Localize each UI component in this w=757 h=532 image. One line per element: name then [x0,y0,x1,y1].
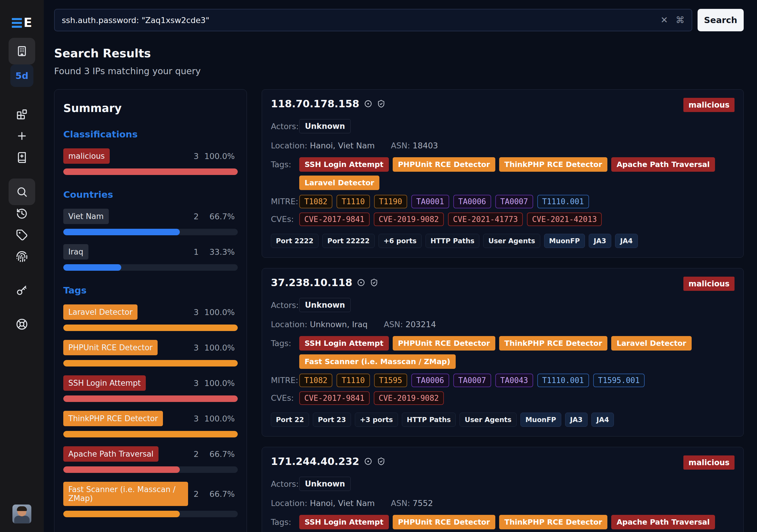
sidebar-item-tags[interactable] [15,228,29,242]
cve-chip[interactable]: CVE-2019-9082 [374,213,444,226]
mitre-chip[interactable]: TA0001 [411,195,449,208]
sidebar-item-add[interactable] [15,129,29,143]
search-button[interactable]: Search [698,9,744,31]
summary-item: SSH Login Attempt 3 100.0% [63,375,238,402]
logo-letter: E [24,16,32,29]
cve-chip[interactable]: CVE-2017-9841 [299,391,370,405]
cve-chip[interactable]: CVE-2021-42013 [527,213,602,226]
tag-chip[interactable]: SSH Login Attempt [299,515,389,529]
sidebar-item-organization[interactable] [9,38,35,64]
sidebar-item-apps[interactable] [15,107,29,122]
shield-icon[interactable] [377,100,385,108]
tag-chip[interactable]: ThinkPHP RCE Detector [499,515,607,529]
meta-chip[interactable]: HTTP Paths [426,234,480,248]
sidebar-item-history[interactable] [15,207,29,221]
sidebar-item-search[interactable] [9,179,35,205]
meta-chip[interactable]: JA4 [615,234,638,248]
summary-item-percent: 66.7% [199,489,235,499]
eye-icon[interactable] [364,457,372,465]
sidebar-item-library-add[interactable] [15,150,29,164]
meta-chip[interactable]: User Agents [483,234,540,248]
summary-item-chip[interactable]: Laravel Detector [63,305,137,320]
meta-chip[interactable]: Port 22 [271,413,309,427]
tag-chip[interactable]: PHPUnit RCE Detector [393,336,495,350]
sidebar-item-fingerprint[interactable] [15,250,29,264]
tag-chip[interactable]: SSH Login Attempt [299,157,389,172]
summary-item-chip[interactable]: Iraq [63,244,88,259]
cve-chip[interactable]: CVE-2021-41773 [448,213,523,226]
actor-chip[interactable]: Unknown [299,477,351,491]
summary-item-bar [63,264,238,271]
meta-chip[interactable]: +3 ports [355,413,398,427]
mitre-chip[interactable]: T1190 [374,195,407,208]
building-icon [16,45,28,57]
tag-chip[interactable]: Apache Path Traversal [611,515,715,529]
mitre-chip[interactable]: T1595.001 [593,373,645,387]
summary-item-chip[interactable]: Viet Nam [63,209,109,224]
shield-icon[interactable] [370,279,378,287]
summary-item: PHPUnit RCE Detector 3 100.0% [63,340,238,367]
ip-address[interactable]: 37.238.10.118 [271,277,352,288]
tag-chip[interactable]: Fast Scanner (i.e. Masscan / ZMap) [299,354,456,369]
cve-chip[interactable]: CVE-2017-9841 [299,213,370,226]
mitre-chip[interactable]: TA0006 [411,373,449,387]
tag-chip[interactable]: ThinkPHP RCE Detector [499,157,607,172]
mitre-chip[interactable]: TA0043 [495,373,533,387]
summary-item-chip[interactable]: PHPUnit RCE Detector [63,340,158,355]
tag-chip[interactable]: Laravel Detector [299,176,379,190]
cves-label: CVEs: [271,391,299,402]
summary-item: Fast Scanner (i.e. Masscan / ZMap) 2 66.… [63,482,238,517]
tag-chip[interactable]: Apache Path Traversal [611,157,715,172]
app-logo[interactable]: E [12,16,32,29]
eye-icon[interactable] [357,279,365,287]
meta-chip[interactable]: JA3 [589,234,611,248]
summary-item-chip[interactable]: Fast Scanner (i.e. Masscan / ZMap) [63,482,188,506]
fingerprint-icon [16,251,28,262]
ip-address[interactable]: 118.70.178.158 [271,98,359,110]
clear-icon[interactable]: ✕ [661,16,668,24]
summary-item-chip[interactable]: ThinkPHP RCE Detector [63,411,163,426]
tag-chip[interactable]: PHPUnit RCE Detector [393,157,495,172]
meta-chip[interactable]: Port 23 [313,413,351,427]
actor-chip[interactable]: Unknown [299,298,351,312]
mitre-chip[interactable]: T1110.001 [537,195,589,208]
sidebar-item-time-filter[interactable]: 5d [10,64,33,87]
meta-chip[interactable]: JA4 [591,413,614,427]
actor-chip[interactable]: Unknown [299,119,351,133]
mitre-chip[interactable]: TA0006 [453,195,491,208]
shield-icon[interactable] [377,457,385,465]
meta-chip[interactable]: HTTP Paths [402,413,456,427]
summary-item-bar [63,229,238,235]
tag-chip[interactable]: PHPUnit RCE Detector [393,515,495,529]
meta-chip[interactable]: Port 22222 [322,234,375,248]
mitre-chip[interactable]: T1595 [374,373,407,387]
cve-chip[interactable]: CVE-2019-9082 [374,391,444,405]
ip-address[interactable]: 171.244.40.232 [271,456,359,467]
summary-item-chip[interactable]: Apache Path Traversal [63,446,159,462]
search-input[interactable] [62,16,653,25]
mitre-chip[interactable]: T1110 [337,195,370,208]
meta-chip[interactable]: +6 ports [378,234,422,248]
summary-item-chip[interactable]: malicious [63,148,110,164]
mitre-chip[interactable]: TA0007 [495,195,533,208]
eye-icon[interactable] [364,100,372,108]
meta-chip[interactable]: Port 2222 [271,234,318,248]
meta-chip[interactable]: JA3 [565,413,588,427]
sidebar-item-credentials[interactable] [15,283,29,298]
mitre-chip[interactable]: T1082 [299,373,332,387]
meta-chip[interactable]: MuonFP [544,234,585,248]
meta-chip[interactable]: MuonFP [520,413,561,427]
meta-chip[interactable]: User Agents [460,413,516,427]
sidebar-item-help[interactable] [15,317,29,331]
mitre-chip[interactable]: TA0007 [453,373,491,387]
mitre-chip[interactable]: T1110 [337,373,370,387]
summary-item-chip[interactable]: SSH Login Attempt [63,375,146,391]
tags-label: Tags: [271,515,299,527]
mitre-chip[interactable]: T1082 [299,195,332,208]
user-avatar[interactable] [13,505,31,523]
mitre-chip[interactable]: T1110.001 [537,373,589,387]
tag-chip[interactable]: Laravel Detector [611,336,691,350]
search-box[interactable]: ✕ ⌘ [54,9,692,31]
tag-chip[interactable]: SSH Login Attempt [299,336,389,350]
tag-chip[interactable]: ThinkPHP RCE Detector [499,336,607,350]
